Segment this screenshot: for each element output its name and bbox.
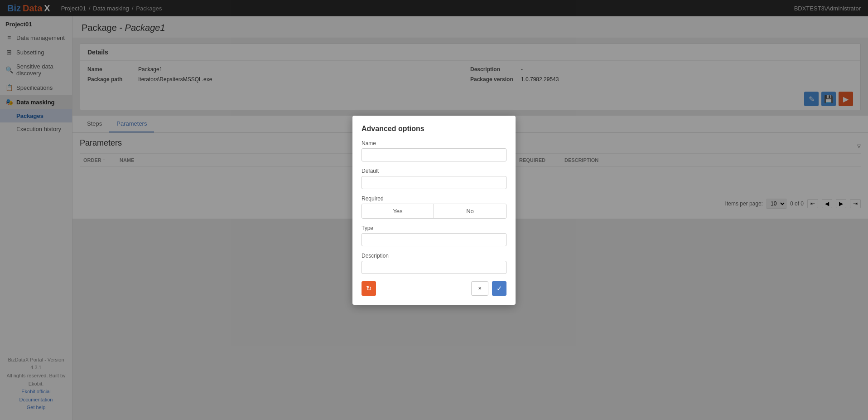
modal-name-group: Name bbox=[362, 140, 506, 161]
modal-cancel-button[interactable]: × bbox=[471, 281, 488, 296]
modal-type-input[interactable] bbox=[362, 233, 506, 246]
modal-name-input[interactable] bbox=[362, 148, 506, 161]
modal-default-group: Default bbox=[362, 168, 506, 189]
modal-name-label: Name bbox=[362, 140, 506, 147]
advanced-options-modal: Advanced options Name Default Required Y… bbox=[352, 116, 516, 305]
modal-default-label: Default bbox=[362, 168, 506, 174]
modal-required-group: Required Yes No bbox=[362, 195, 506, 219]
modal-description-group: Description bbox=[362, 253, 506, 274]
modal-required-radio: Yes No bbox=[362, 204, 506, 219]
modal-delete-button[interactable]: ↻ bbox=[362, 281, 376, 296]
modal-required-yes[interactable]: Yes bbox=[362, 204, 434, 218]
modal-confirm-button[interactable]: ✓ bbox=[492, 281, 506, 296]
modal-footer-right: × ✓ bbox=[471, 281, 506, 296]
modal-overlay[interactable]: Advanced options Name Default Required Y… bbox=[0, 0, 868, 420]
delete-icon: ↻ bbox=[366, 284, 372, 293]
modal-required-label: Required bbox=[362, 195, 506, 202]
confirm-icon: ✓ bbox=[497, 284, 502, 293]
modal-description-label: Description bbox=[362, 253, 506, 259]
modal-footer: ↻ × ✓ bbox=[362, 281, 506, 296]
modal-default-input[interactable] bbox=[362, 176, 506, 189]
modal-description-input[interactable] bbox=[362, 261, 506, 274]
modal-type-group: Type bbox=[362, 225, 506, 246]
modal-type-label: Type bbox=[362, 225, 506, 231]
modal-title: Advanced options bbox=[362, 125, 506, 133]
modal-required-no[interactable]: No bbox=[434, 204, 506, 218]
